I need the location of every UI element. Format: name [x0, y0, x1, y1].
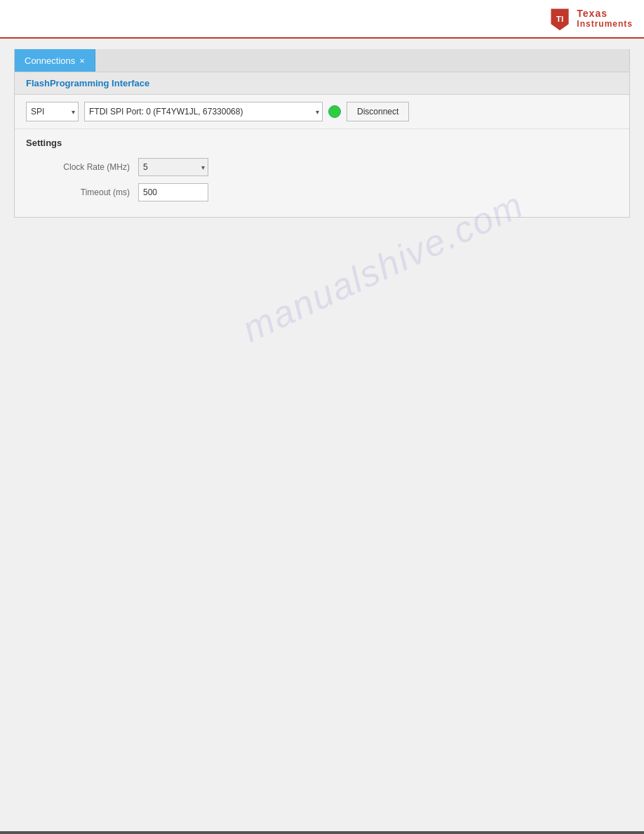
panel-body: FlashProgramming Interface SPI FTDI SPI …	[15, 72, 629, 217]
ti-texas-label: Texas	[577, 8, 608, 19]
timeout-label: Timeout (ms)	[26, 187, 138, 197]
bottom-bar	[0, 831, 644, 834]
tab-label: Connections	[25, 55, 75, 66]
tab-close-button[interactable]: ×	[79, 56, 85, 65]
top-bar: TI Texas Instruments	[0, 0, 644, 39]
svg-text:TI: TI	[556, 13, 563, 22]
settings-section: Settings Clock Rate (MHz) 5 Timeout (ms)	[15, 129, 629, 217]
port-select[interactable]: FTDI SPI Port: 0 (FT4YW1JL, 67330068)	[84, 102, 323, 121]
main-content: Connections × FlashProgramming Interface…	[0, 39, 644, 831]
ti-instruments-label: Instruments	[577, 20, 633, 29]
timeout-input[interactable]	[138, 183, 208, 201]
clock-rate-row: Clock Rate (MHz) 5	[26, 158, 618, 176]
tab-strip: Connections ×	[15, 49, 629, 72]
ti-logo-text: Texas Instruments	[577, 8, 633, 29]
panel-container: Connections × FlashProgramming Interface…	[14, 49, 630, 218]
port-select-wrapper: FTDI SPI Port: 0 (FT4YW1JL, 67330068)	[84, 102, 323, 121]
connections-tab[interactable]: Connections ×	[15, 49, 95, 72]
ti-logo-icon: TI	[547, 6, 572, 32]
interface-type-select[interactable]: SPI	[26, 102, 79, 121]
ti-logo: TI Texas Instruments	[547, 6, 633, 32]
timeout-row: Timeout (ms)	[26, 183, 618, 201]
section-header: FlashProgramming Interface	[15, 72, 629, 95]
disconnect-button[interactable]: Disconnect	[347, 102, 409, 121]
clock-rate-wrapper: 5	[138, 158, 208, 176]
clock-rate-select[interactable]: 5	[138, 158, 208, 176]
section-title: FlashProgramming Interface	[26, 78, 149, 88]
settings-title: Settings	[26, 138, 618, 148]
connection-status-indicator	[328, 105, 341, 118]
clock-rate-label: Clock Rate (MHz)	[26, 162, 138, 172]
interface-type-wrapper: SPI	[26, 102, 79, 121]
connection-row: SPI FTDI SPI Port: 0 (FT4YW1JL, 67330068…	[15, 95, 629, 129]
